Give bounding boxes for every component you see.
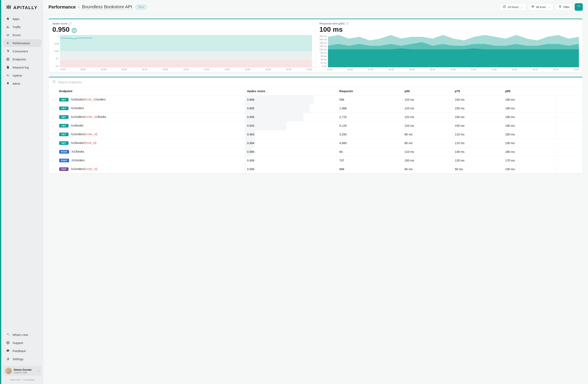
row-menu[interactable]: ⋮ xyxy=(553,122,583,130)
sidebar-item-traffic[interactable]: Traffic xyxy=(3,23,41,31)
sidebar-item-label: Apps xyxy=(13,17,20,21)
sidebar-item-performance[interactable]: Performance xyxy=(3,39,41,47)
column-header[interactable]: Endpoint xyxy=(57,87,245,95)
table-row[interactable]: ›POST/v1/books0.98884110 ms130 ms180 ms⋮ xyxy=(49,148,583,156)
row-menu[interactable]: ⋮ xyxy=(553,165,583,174)
sidebar-item-apps[interactable]: Apps xyxy=(3,15,41,23)
doc-icon xyxy=(6,65,10,69)
row-menu[interactable]: ⋮ xyxy=(553,95,583,104)
card-menu[interactable]: ⋮ xyxy=(311,22,314,25)
sidebar-item-consumers[interactable]: Consumers xyxy=(3,47,41,55)
apdex-cell: 0.905 xyxy=(245,113,337,122)
table-header-row: EndpointApdex score▲Requestsp50p75p95 xyxy=(49,87,583,95)
help-icon[interactable]: ? xyxy=(346,22,349,25)
time-range-button[interactable]: 24 hours ⌄ xyxy=(500,3,526,11)
table-row[interactable]: ›GET/v1/orders0.8951,968120 ms150 ms190 … xyxy=(49,104,583,113)
method-badge: GET xyxy=(59,133,68,136)
column-header[interactable]: p75 xyxy=(453,87,503,95)
requests-cell: 596 xyxy=(337,95,402,104)
apdex-chart: 10.930.850.70.5 xyxy=(52,35,312,67)
expand-toggle[interactable]: › xyxy=(49,122,57,130)
p95-cell: 170 ms xyxy=(503,156,553,165)
expand-toggle[interactable]: › xyxy=(49,113,57,122)
table-row[interactable]: ›GET/v1/orders/{order_id}0.9833,25080 ms… xyxy=(49,130,583,139)
table-row[interactable]: ›GET/v1/books/{book_id}/orders0.88859612… xyxy=(49,95,583,104)
sidebar-item-support[interactable]: Support xyxy=(3,339,41,347)
bell-icon xyxy=(6,82,10,85)
row-menu[interactable]: ⋮ xyxy=(553,139,583,148)
sidebar-item-errors[interactable]: Errors xyxy=(3,31,41,39)
p75-cell: 150 ms xyxy=(453,95,503,104)
user-menu[interactable]: Simon Gurcke Cosmic Code › xyxy=(3,366,41,376)
crumb-app[interactable]: Boundless Bookstore API xyxy=(82,4,132,10)
bar-icon xyxy=(6,25,10,29)
p75-cell: 150 ms xyxy=(453,122,503,130)
svg-point-6 xyxy=(8,59,8,59)
logo[interactable]: APITALLY xyxy=(1,0,43,13)
expand-toggle[interactable]: › xyxy=(49,148,57,156)
method-badge: GET xyxy=(59,98,68,102)
column-header[interactable]: p95 xyxy=(503,87,553,95)
sidebar-item-settings[interactable]: Settings xyxy=(3,355,41,363)
p75-cell: 150 ms xyxy=(453,113,503,122)
table-row[interactable]: ›PUT/v1/orders/{order_id}0.99988860 ms90… xyxy=(49,165,583,174)
p95-cell: 190 ms xyxy=(503,104,553,113)
sidebar-item-request-log[interactable]: Request log xyxy=(3,64,41,71)
logo-icon xyxy=(6,4,11,11)
resp-value: 100 ms xyxy=(319,25,579,33)
resp-title: Response time (p50) xyxy=(319,22,345,25)
filter-button[interactable]: Filter xyxy=(555,3,573,11)
sort-asc-icon: ▲ xyxy=(266,90,268,93)
filter-icon xyxy=(559,5,562,9)
refresh-button[interactable] xyxy=(575,3,583,11)
column-header[interactable]: Apdex score▲ xyxy=(245,87,337,95)
table-row[interactable]: ›POST/v1/orders0.999707100 ms120 ms170 m… xyxy=(49,156,583,165)
table-row[interactable]: ›GET/v1/orders/{order_id}/books0.9052,71… xyxy=(49,113,583,122)
content: Apdex score ? ⋮ 0.950 10.930.850.70.5 xyxy=(43,14,588,384)
endpoint-cell: POST/v1/books xyxy=(57,148,245,156)
table-row[interactable]: ›GET/v1/books0.9335,125120 ms150 ms190 m… xyxy=(49,122,583,130)
p95-cell: 190 ms xyxy=(503,113,553,122)
endpoint-path: /v1/orders/{order_id}/books xyxy=(71,115,106,118)
chevron-right-icon: › xyxy=(78,4,80,10)
svg-point-3 xyxy=(7,34,9,36)
sidebar-item-label: Alerts xyxy=(13,82,20,85)
y-axis: 10.930.850.70.5 xyxy=(52,35,60,67)
expand-toggle[interactable]: › xyxy=(49,130,57,139)
row-menu[interactable]: ⋮ xyxy=(553,113,583,122)
response-time-card: Response time (p50) ? ⋮ 100 ms 180 ms160… xyxy=(316,19,583,72)
sidebar-item-feedback[interactable]: Feedback xyxy=(3,347,41,355)
row-menu[interactable]: ⋮ xyxy=(553,156,583,165)
requests-cell: 3,250 xyxy=(337,130,402,139)
sidebar-item-uptime[interactable]: Uptime xyxy=(3,72,41,79)
home-icon xyxy=(6,17,10,21)
column-header[interactable]: Requests xyxy=(337,87,402,95)
expand-toggle[interactable]: › xyxy=(49,95,57,104)
apdex-cell: 0.933 xyxy=(245,122,337,130)
sidebar-item-endpoints[interactable]: Endpoints xyxy=(3,55,41,63)
row-menu[interactable]: ⋮ xyxy=(553,148,583,156)
column-header[interactable]: p50 xyxy=(402,87,453,95)
env-button[interactable]: All envs ⌄ xyxy=(528,3,553,11)
card-menu[interactable]: ⋮ xyxy=(577,22,581,25)
help-icon[interactable]: ? xyxy=(69,22,72,25)
table-row[interactable]: ›GET/v1/books/{book_id}0.9844,08580 ms11… xyxy=(49,139,583,148)
sidebar-item-what-s-new[interactable]: What's new xyxy=(3,331,41,339)
sidebar-item-label: Feedback xyxy=(13,349,26,353)
expand-toggle[interactable]: › xyxy=(49,104,57,113)
search-input[interactable] xyxy=(58,81,579,84)
p50-cell: 120 ms xyxy=(402,122,453,130)
sidebar-item-label: Consumers xyxy=(13,49,28,53)
svg-point-12 xyxy=(75,29,75,30)
sidebar-item-alerts[interactable]: Alerts xyxy=(3,80,41,87)
apdex-card: Apdex score ? ⋮ 0.950 10.930.850.70.5 xyxy=(49,19,316,72)
x-axis: 22:0000:0002:0004:0006:0008:0010:0012:00… xyxy=(52,67,312,70)
p75-cell: 90 ms xyxy=(453,165,503,174)
expand-toggle[interactable]: › xyxy=(49,165,57,174)
method-badge: GET xyxy=(59,141,68,145)
expand-toggle[interactable]: › xyxy=(49,139,57,148)
svg-rect-0 xyxy=(7,27,7,28)
row-menu[interactable]: ⋮ xyxy=(553,104,583,113)
row-menu[interactable]: ⋮ xyxy=(553,130,583,139)
expand-toggle[interactable]: › xyxy=(49,156,57,165)
